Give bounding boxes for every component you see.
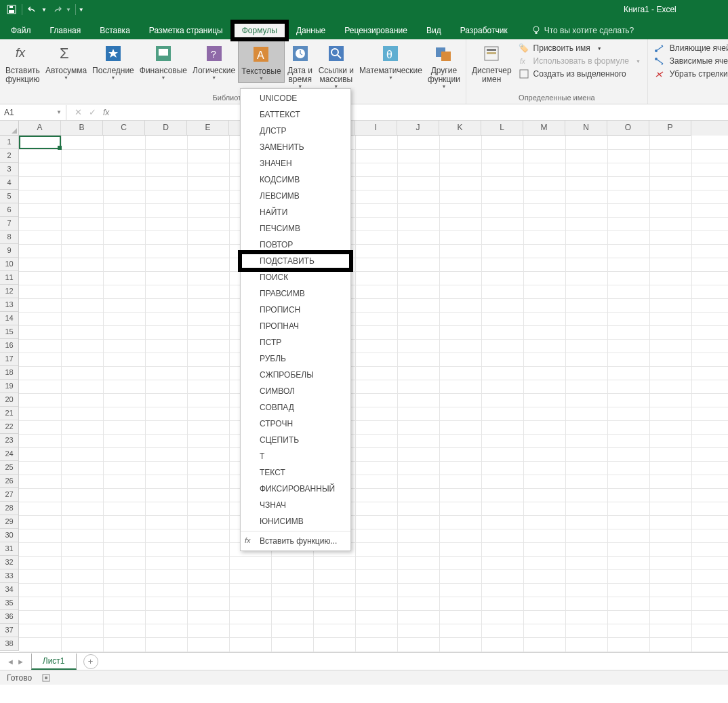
dropdown-item[interactable]: ЗНАЧЕН [241, 155, 350, 172]
undo-icon[interactable] [26, 3, 39, 16]
column-header[interactable]: E [187, 121, 229, 136]
row-header[interactable]: 8 [0, 230, 19, 244]
column-header[interactable]: L [481, 121, 523, 136]
row-header[interactable]: 11 [0, 271, 19, 285]
save-icon[interactable] [5, 3, 18, 16]
dropdown-insert-function[interactable]: Вставить функцию... [241, 533, 350, 549]
column-header[interactable]: M [523, 121, 565, 136]
column-header[interactable]: I [355, 121, 397, 136]
dropdown-item[interactable]: ПОВТОР [241, 237, 350, 253]
define-name-button[interactable]: 🏷️Присвоить имя▼ [519, 43, 641, 54]
row-header[interactable]: 37 [0, 624, 19, 637]
row-header[interactable]: 9 [0, 244, 19, 258]
column-header[interactable]: J [397, 121, 439, 136]
tab-layout[interactable]: Разметка страницы [140, 22, 232, 39]
dropdown-item[interactable]: СТРОЧН [241, 416, 350, 432]
trace-precedents-button[interactable]: Влияющие ячейки [655, 43, 728, 54]
row-header[interactable]: 36 [0, 610, 19, 624]
row-header[interactable]: 33 [0, 569, 19, 583]
row-header[interactable]: 6 [0, 203, 19, 217]
dropdown-item[interactable]: ЛЕВСИМВ [241, 188, 350, 204]
row-header[interactable]: 19 [0, 380, 19, 393]
dropdown-item[interactable]: ПРОПИСН [241, 302, 350, 318]
dropdown-item[interactable]: СЖПРОБЕЛЫ [241, 367, 350, 383]
row-header[interactable]: 35 [0, 597, 19, 610]
row-header[interactable]: 1 [0, 136, 19, 149]
dropdown-item[interactable]: ПОИСК [241, 269, 350, 285]
dropdown-item[interactable]: БАТТЕКСТ [241, 106, 350, 123]
dropdown-item[interactable]: ДЛСТР [241, 123, 350, 139]
dropdown-item[interactable]: ЧЗНАЧ [241, 497, 350, 513]
row-header[interactable]: 4 [0, 176, 19, 190]
dropdown-item[interactable]: НАЙТИ [241, 204, 350, 220]
active-cell[interactable] [19, 136, 61, 149]
row-header[interactable]: 2 [0, 149, 19, 163]
insert-function-button[interactable]: fx Вставить функцию [3, 41, 43, 85]
column-header[interactable]: N [565, 121, 607, 136]
row-header[interactable]: 30 [0, 529, 19, 542]
row-header[interactable]: 21 [0, 407, 19, 420]
column-header[interactable]: D [145, 121, 187, 136]
tab-developer[interactable]: Разработчик [451, 22, 517, 39]
row-header[interactable]: 32 [0, 556, 19, 569]
dropdown-item[interactable]: РУБЛЬ [241, 350, 350, 367]
row-header[interactable]: 25 [0, 461, 19, 475]
row-header[interactable]: 13 [0, 298, 19, 312]
row-header[interactable]: 26 [0, 475, 19, 488]
column-header[interactable]: O [607, 121, 649, 136]
column-header[interactable]: B [61, 121, 103, 136]
column-header[interactable]: P [649, 121, 691, 136]
row-header[interactable]: 20 [0, 393, 19, 407]
tab-formulas[interactable]: Формулы [232, 22, 287, 39]
row-header[interactable]: 16 [0, 339, 19, 353]
row-header[interactable]: 24 [0, 447, 19, 461]
dropdown-item[interactable]: ТЕКСТ [241, 464, 350, 481]
dropdown-item[interactable]: Т [241, 448, 350, 464]
name-manager-button[interactable]: Диспетчер имен [469, 41, 514, 85]
trace-dependents-button[interactable]: Зависимые ячейки [655, 56, 728, 66]
row-header[interactable]: 31 [0, 542, 19, 556]
select-all-corner[interactable] [0, 121, 19, 136]
row-header[interactable]: 18 [0, 366, 19, 380]
dropdown-item[interactable]: UNICODE [241, 90, 350, 106]
tab-data[interactable]: Данные [287, 22, 335, 39]
row-header[interactable]: 34 [0, 583, 19, 597]
row-header[interactable]: 17 [0, 353, 19, 366]
row-header[interactable]: 15 [0, 325, 19, 339]
autosum-button[interactable]: Σ Автосумма▼ [43, 41, 89, 81]
dropdown-item[interactable]: СЦЕПИТЬ [241, 432, 350, 448]
nav-last-icon[interactable]: ► [17, 658, 24, 666]
datetime-button[interactable]: Дата и время▼ [285, 41, 316, 90]
tab-home[interactable]: Главная [41, 22, 91, 39]
name-box[interactable]: A1 ▼ [0, 105, 66, 120]
financial-button[interactable]: Финансовые▼ [137, 41, 190, 81]
cells-area[interactable] [19, 136, 728, 652]
dropdown-item[interactable]: СИМВОЛ [241, 383, 350, 399]
nav-first-icon[interactable]: ◄ [7, 658, 14, 666]
fx-icon[interactable]: fx [103, 108, 109, 117]
tell-me[interactable]: Что вы хотите сделать? [525, 22, 641, 39]
add-sheet-button[interactable]: + [83, 654, 98, 669]
dropdown-item[interactable]: СОВПАД [241, 399, 350, 416]
sheet-tab[interactable]: Лист1 [31, 654, 77, 670]
recent-button[interactable]: Последние▼ [89, 41, 137, 81]
dropdown-item[interactable]: ПЕЧСИМВ [241, 220, 350, 237]
dropdown-item[interactable]: ПСТР [241, 334, 350, 350]
macro-record-icon[interactable] [41, 673, 51, 683]
row-header[interactable]: 38 [0, 637, 19, 651]
row-header[interactable]: 27 [0, 488, 19, 502]
dropdown-item[interactable]: КОДСИМВ [241, 172, 350, 188]
more-functions-button[interactable]: Другие функции▼ [425, 41, 463, 90]
row-header[interactable]: 22 [0, 420, 19, 434]
row-header[interactable]: 12 [0, 285, 19, 298]
redo-icon[interactable] [51, 3, 63, 16]
undo-dropdown-icon[interactable]: ▼ [41, 7, 47, 13]
row-header[interactable]: 10 [0, 258, 19, 271]
column-header[interactable]: A [19, 121, 61, 136]
row-header[interactable]: 7 [0, 217, 19, 230]
column-header[interactable]: K [439, 121, 481, 136]
row-header[interactable]: 5 [0, 190, 19, 203]
dropdown-item[interactable]: ЗАМЕНИТЬ [241, 139, 350, 155]
tab-view[interactable]: Вид [417, 22, 451, 39]
tab-review[interactable]: Рецензирование [335, 22, 417, 39]
